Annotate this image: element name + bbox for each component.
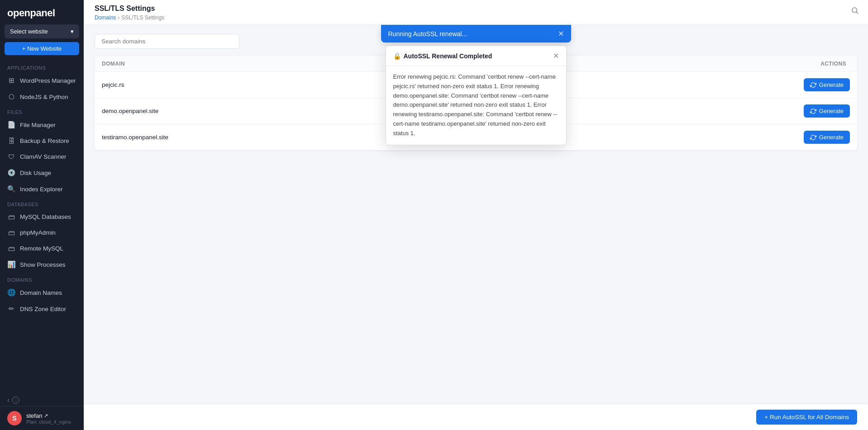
global-search-icon[interactable] xyxy=(851,6,859,17)
sidebar: openpanel Select website ▾ + New Website… xyxy=(0,0,84,430)
username[interactable]: stefan ↗ xyxy=(26,412,76,419)
external-link-icon: ↗ xyxy=(44,413,48,419)
avatar: S xyxy=(7,411,22,425)
sidebar-item-mysql-databases[interactable]: 🗃 MySQL Databases xyxy=(0,209,84,225)
autossl-dialog-body: Error renewing pejcic.rs: Command 'certb… xyxy=(386,66,566,145)
wordpress-icon: ⊞ xyxy=(7,76,15,85)
info-icon: i xyxy=(12,397,19,404)
svg-line-1 xyxy=(856,12,858,13)
select-website-dropdown[interactable]: Select website ▾ xyxy=(5,24,79,38)
content-area: DOMAIN ACTIONS pejcic.rs Generate xyxy=(84,25,868,404)
autossl-toast: Running AutoSSL renewal... ✕ xyxy=(381,25,571,43)
new-website-button[interactable]: + New Website xyxy=(5,42,79,55)
sidebar-item-label: NodeJS & Python xyxy=(20,94,68,100)
collapse-icon[interactable]: ‹ xyxy=(7,396,10,404)
user-plan: Plan: cloud_4_nginx xyxy=(26,419,76,425)
disk-icon: 💿 xyxy=(7,169,15,177)
app-logo: openpanel xyxy=(0,0,84,24)
sidebar-item-label: Backup & Restore xyxy=(20,137,69,144)
sidebar-item-inodes-explorer[interactable]: 🔍 Inodes Explorer xyxy=(0,181,84,197)
autossl-dialog-close-button[interactable]: ✕ xyxy=(553,52,559,60)
globe-icon: 🌐 xyxy=(7,288,15,297)
autossl-toast-close-button[interactable]: ✕ xyxy=(558,29,564,38)
sidebar-item-remote-mysql[interactable]: 🗃 Remote MySQL xyxy=(0,241,84,256)
backup-icon: 🗄 xyxy=(7,137,15,145)
breadcrumb-parent[interactable]: Domains xyxy=(95,14,116,21)
sidebar-item-wordpress-manager[interactable]: ⊞ WordPress Manager xyxy=(0,72,84,89)
sidebar-item-label: phpMyAdmin xyxy=(20,229,56,236)
sidebar-item-label: Remote MySQL xyxy=(20,245,63,252)
shield-icon: 🛡 xyxy=(7,153,15,161)
sidebar-item-label: DNS Zone Editor xyxy=(20,306,66,312)
bottom-bar: + Run AutoSSL for All Domains xyxy=(84,404,868,430)
nodejs-icon: ⬡ xyxy=(7,93,15,101)
sidebar-item-backup-restore[interactable]: 🗄 Backup & Restore xyxy=(0,133,84,149)
sidebar-item-file-manager[interactable]: 📄 File Manager xyxy=(0,117,84,133)
sidebar-item-label: File Manager xyxy=(20,122,56,128)
dns-icon: ✏ xyxy=(7,305,15,313)
section-label-files: Files xyxy=(0,105,84,117)
autossl-dialog-header: 🔒 AutoSSL Renewal Completed ✕ xyxy=(386,46,566,66)
breadcrumb: Domains › SSL/TLS Settings xyxy=(95,14,857,24)
phpmyadmin-icon: 🗃 xyxy=(7,229,15,236)
sidebar-item-label: Domain Names xyxy=(20,289,62,296)
sidebar-item-label: Disk Usage xyxy=(20,170,51,176)
autossl-dialog: 🔒 AutoSSL Renewal Completed ✕ Error rene… xyxy=(386,46,567,145)
remote-db-icon: 🗃 xyxy=(7,245,15,252)
sidebar-item-clamav-scanner[interactable]: 🛡 ClamAV Scanner xyxy=(0,149,84,165)
breadcrumb-current: SSL/TLS Settings xyxy=(121,14,164,21)
autossl-toast-label: Running AutoSSL renewal... xyxy=(388,30,467,38)
sidebar-item-label: Show Processes xyxy=(20,261,66,268)
chevron-down-icon: ▾ xyxy=(71,28,74,35)
sidebar-item-label: ClamAV Scanner xyxy=(20,153,67,160)
inode-icon: 🔍 xyxy=(7,185,15,193)
modal-overlay: Running AutoSSL renewal... ✕ 🔒 AutoSSL R… xyxy=(84,25,868,404)
svg-point-0 xyxy=(852,8,857,13)
sidebar-item-disk-usage[interactable]: 💿 Disk Usage xyxy=(0,165,84,181)
file-icon: 📄 xyxy=(7,121,15,129)
breadcrumb-separator: › xyxy=(118,14,119,21)
section-label-databases: Databases xyxy=(0,197,84,209)
sidebar-item-domain-names[interactable]: 🌐 Domain Names xyxy=(0,284,84,301)
user-info: stefan ↗ Plan: cloud_4_nginx xyxy=(26,412,76,425)
sidebar-footer: S stefan ↗ Plan: cloud_4_nginx xyxy=(0,406,84,430)
sidebar-item-label: Inodes Explorer xyxy=(20,186,63,193)
page-header: SSL/TLS Settings Domains › SSL/TLS Setti… xyxy=(84,0,868,25)
processes-icon: 📊 xyxy=(7,260,15,269)
section-label-domains: Domains xyxy=(0,273,84,284)
sidebar-item-phpmyadmin[interactable]: 🗃 phpMyAdmin xyxy=(0,225,84,241)
section-label-applications: Applications xyxy=(0,61,84,72)
main-content: SSL/TLS Settings Domains › SSL/TLS Setti… xyxy=(84,0,868,430)
lock-icon: 🔒 xyxy=(393,52,401,60)
select-website-label: Select website xyxy=(10,28,48,35)
mysql-icon: 🗃 xyxy=(7,213,15,221)
sidebar-item-nodejs-python[interactable]: ⬡ NodeJS & Python xyxy=(0,89,84,105)
sidebar-item-dns-zone-editor[interactable]: ✏ DNS Zone Editor xyxy=(0,301,84,317)
sidebar-item-label: MySQL Databases xyxy=(20,213,71,220)
autossl-dialog-title: 🔒 AutoSSL Renewal Completed xyxy=(393,52,492,60)
run-autossl-button[interactable]: + Run AutoSSL for All Domains xyxy=(756,410,857,425)
sidebar-item-label: WordPress Manager xyxy=(20,77,76,84)
page-title: SSL/TLS Settings xyxy=(95,5,857,14)
sidebar-item-show-processes[interactable]: 📊 Show Processes xyxy=(0,256,84,273)
